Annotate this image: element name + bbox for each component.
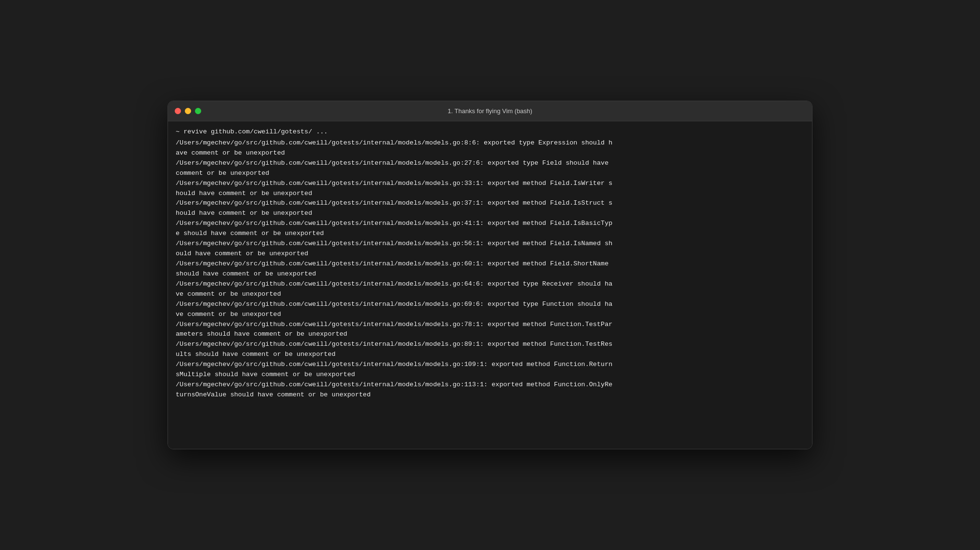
terminal-line: ameters should have comment or be unexpo… [176, 329, 804, 340]
terminal-window: 1. Thanks for flying Vim (bash) ~ revive… [168, 101, 812, 449]
terminal-line: /Users/mgechev/go/src/github.com/cweill/… [176, 320, 804, 330]
terminal-line: comment or be unexported [176, 169, 804, 179]
titlebar: 1. Thanks for flying Vim (bash) [168, 101, 812, 121]
terminal-line: /Users/mgechev/go/src/github.com/cweill/… [176, 158, 804, 169]
terminal-line: /Users/mgechev/go/src/github.com/cweill/… [176, 219, 804, 229]
close-button[interactable] [175, 108, 181, 114]
terminal-line: sMultiple should have comment or be unex… [176, 370, 804, 380]
traffic-lights [175, 108, 201, 114]
prompt-line: ~ revive github.com/cweill/gotests/ ... [176, 127, 804, 137]
terminal-output: /Users/mgechev/go/src/github.com/cweill/… [176, 138, 804, 400]
terminal-line: ve comment or be unexported [176, 310, 804, 320]
terminal-line: ults should have comment or be unexporte… [176, 350, 804, 360]
terminal-line: hould have comment or be unexported [176, 189, 804, 199]
terminal-line: hould have comment or be unexported [176, 209, 804, 219]
terminal-line: ve comment or be unexported [176, 289, 804, 300]
window-title: 1. Thanks for flying Vim (bash) [448, 107, 532, 115]
terminal-line: ave comment or be unexported [176, 148, 804, 158]
terminal-line: turnsOneValue should have comment or be … [176, 390, 804, 400]
terminal-line: /Users/mgechev/go/src/github.com/cweill/… [176, 179, 804, 189]
minimize-button[interactable] [185, 108, 191, 114]
terminal-line: /Users/mgechev/go/src/github.com/cweill/… [176, 138, 804, 148]
terminal-line: /Users/mgechev/go/src/github.com/cweill/… [176, 239, 804, 249]
maximize-button[interactable] [195, 108, 201, 114]
terminal-line: /Users/mgechev/go/src/github.com/cweill/… [176, 300, 804, 310]
terminal-line: ould have comment or be unexported [176, 249, 804, 259]
terminal-line: /Users/mgechev/go/src/github.com/cweill/… [176, 340, 804, 350]
terminal-line: /Users/mgechev/go/src/github.com/cweill/… [176, 279, 804, 289]
terminal-line: /Users/mgechev/go/src/github.com/cweill/… [176, 198, 804, 209]
terminal-line: /Users/mgechev/go/src/github.com/cweill/… [176, 360, 804, 370]
terminal-line: /Users/mgechev/go/src/github.com/cweill/… [176, 259, 804, 269]
terminal-line: /Users/mgechev/go/src/github.com/cweill/… [176, 380, 804, 390]
terminal-body[interactable]: ~ revive github.com/cweill/gotests/ ... … [168, 121, 812, 449]
terminal-line: e should have comment or be unexported [176, 229, 804, 239]
terminal-line: should have comment or be unexported [176, 269, 804, 279]
